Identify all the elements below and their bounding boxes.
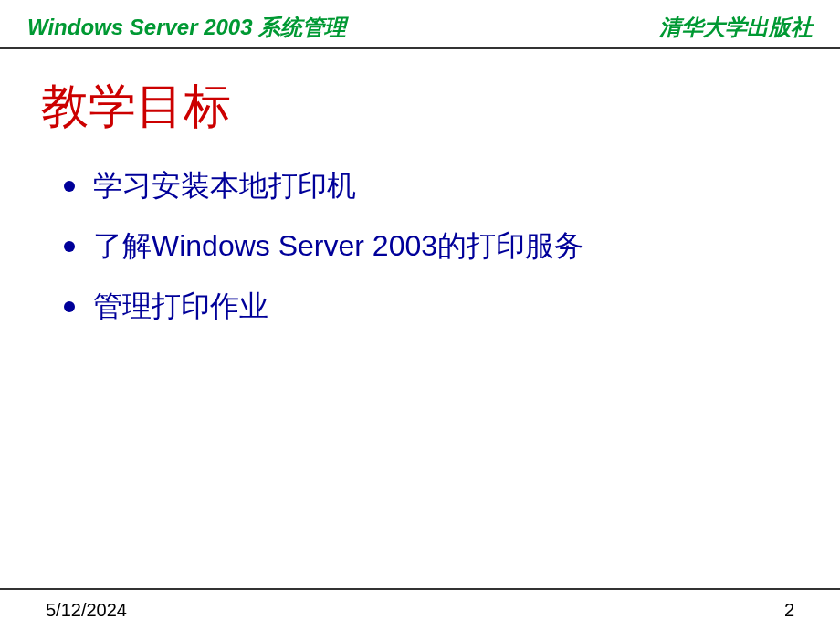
footer-divider <box>0 588 840 590</box>
header-left-title: Windows Server 2003 系统管理 <box>27 13 346 42</box>
bullet-icon <box>64 301 75 312</box>
header-publisher: 清华大学出版社 <box>659 13 813 42</box>
bullet-icon <box>64 241 75 252</box>
slide-header: Windows Server 2003 系统管理 清华大学出版社 <box>0 0 840 42</box>
footer-date: 5/12/2024 <box>46 600 127 621</box>
bullet-icon <box>64 181 75 192</box>
bullet-text: 管理打印作业 <box>93 287 268 327</box>
bullet-text: 了解Windows Server 2003的打印服务 <box>93 226 583 267</box>
bullet-list: 学习安装本地打印机 了解Windows Server 2003的打印服务 管理打… <box>64 166 583 347</box>
footer-page-number: 2 <box>784 600 794 621</box>
list-item: 了解Windows Server 2003的打印服务 <box>64 226 583 267</box>
header-divider <box>0 47 840 49</box>
list-item: 管理打印作业 <box>64 287 583 327</box>
list-item: 学习安装本地打印机 <box>64 166 583 206</box>
slide-title: 教学目标 <box>41 75 231 139</box>
bullet-text: 学习安装本地打印机 <box>93 166 356 206</box>
slide-footer: 5/12/2024 2 <box>0 600 840 621</box>
